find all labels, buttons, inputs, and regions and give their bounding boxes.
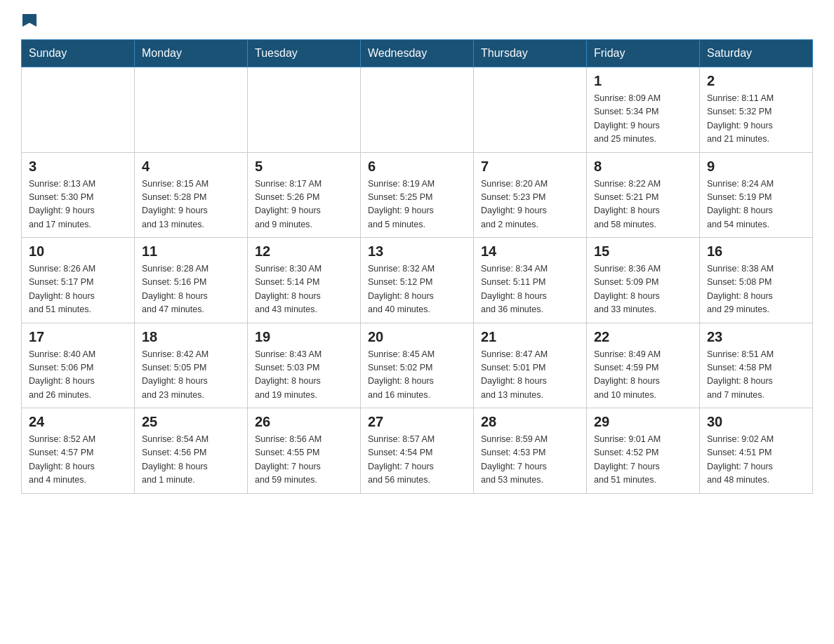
weekday-header-sunday: Sunday bbox=[22, 40, 135, 67]
weekday-header-monday: Monday bbox=[135, 40, 248, 67]
day-info: Sunrise: 8:26 AMSunset: 5:17 PMDaylight:… bbox=[29, 262, 127, 317]
day-cell: 14Sunrise: 8:34 AMSunset: 5:11 PMDayligh… bbox=[474, 238, 587, 323]
day-info: Sunrise: 8:45 AMSunset: 5:02 PMDaylight:… bbox=[368, 348, 466, 403]
weekday-header-row: SundayMondayTuesdayWednesdayThursdayFrid… bbox=[22, 40, 813, 67]
header bbox=[21, 14, 813, 25]
day-info: Sunrise: 8:36 AMSunset: 5:09 PMDaylight:… bbox=[594, 262, 692, 317]
logo-area bbox=[21, 14, 37, 25]
day-number: 1 bbox=[594, 73, 692, 89]
day-info: Sunrise: 8:57 AMSunset: 4:54 PMDaylight:… bbox=[368, 433, 466, 488]
day-cell: 22Sunrise: 8:49 AMSunset: 4:59 PMDayligh… bbox=[587, 323, 700, 408]
week-row-0: 1Sunrise: 8:09 AMSunset: 5:34 PMDaylight… bbox=[22, 67, 813, 153]
weekday-header-tuesday: Tuesday bbox=[248, 40, 361, 67]
day-info: Sunrise: 8:30 AMSunset: 5:14 PMDaylight:… bbox=[255, 262, 353, 317]
day-info: Sunrise: 8:09 AMSunset: 5:34 PMDaylight:… bbox=[594, 92, 692, 147]
day-cell: 24Sunrise: 8:52 AMSunset: 4:57 PMDayligh… bbox=[22, 408, 135, 494]
day-number: 25 bbox=[142, 414, 240, 430]
day-number: 12 bbox=[255, 243, 353, 260]
day-cell bbox=[22, 67, 135, 153]
day-cell: 29Sunrise: 9:01 AMSunset: 4:52 PMDayligh… bbox=[587, 408, 700, 494]
day-cell: 10Sunrise: 8:26 AMSunset: 5:17 PMDayligh… bbox=[22, 238, 135, 323]
day-info: Sunrise: 8:51 AMSunset: 4:58 PMDaylight:… bbox=[707, 348, 805, 403]
day-cell: 23Sunrise: 8:51 AMSunset: 4:58 PMDayligh… bbox=[700, 323, 813, 408]
day-number: 24 bbox=[29, 414, 127, 430]
day-number: 9 bbox=[707, 159, 805, 175]
day-info: Sunrise: 8:42 AMSunset: 5:05 PMDaylight:… bbox=[142, 348, 240, 403]
day-cell: 8Sunrise: 8:22 AMSunset: 5:21 PMDaylight… bbox=[587, 152, 700, 238]
calendar-table: SundayMondayTuesdayWednesdayThursdayFrid… bbox=[21, 39, 813, 494]
day-number: 30 bbox=[707, 414, 805, 430]
day-cell: 16Sunrise: 8:38 AMSunset: 5:08 PMDayligh… bbox=[700, 238, 813, 323]
weekday-header-saturday: Saturday bbox=[700, 40, 813, 67]
day-info: Sunrise: 9:01 AMSunset: 4:52 PMDaylight:… bbox=[594, 433, 692, 488]
day-cell: 3Sunrise: 8:13 AMSunset: 5:30 PMDaylight… bbox=[22, 152, 135, 238]
weekday-header-wednesday: Wednesday bbox=[361, 40, 474, 67]
day-info: Sunrise: 8:38 AMSunset: 5:08 PMDaylight:… bbox=[707, 262, 805, 317]
day-cell: 21Sunrise: 8:47 AMSunset: 5:01 PMDayligh… bbox=[474, 323, 587, 408]
day-info: Sunrise: 8:32 AMSunset: 5:12 PMDaylight:… bbox=[368, 262, 466, 317]
day-info: Sunrise: 8:17 AMSunset: 5:26 PMDaylight:… bbox=[255, 177, 353, 232]
day-info: Sunrise: 8:34 AMSunset: 5:11 PMDaylight:… bbox=[481, 262, 579, 317]
weekday-header-friday: Friday bbox=[587, 40, 700, 67]
day-cell: 25Sunrise: 8:54 AMSunset: 4:56 PMDayligh… bbox=[135, 408, 248, 494]
day-number: 27 bbox=[368, 414, 466, 430]
day-number: 16 bbox=[707, 243, 805, 260]
day-info: Sunrise: 8:40 AMSunset: 5:06 PMDaylight:… bbox=[29, 348, 127, 403]
day-number: 23 bbox=[707, 329, 805, 345]
week-row-2: 10Sunrise: 8:26 AMSunset: 5:17 PMDayligh… bbox=[22, 238, 813, 323]
day-info: Sunrise: 8:11 AMSunset: 5:32 PMDaylight:… bbox=[707, 92, 805, 147]
day-info: Sunrise: 8:49 AMSunset: 4:59 PMDaylight:… bbox=[594, 348, 692, 403]
day-info: Sunrise: 8:54 AMSunset: 4:56 PMDaylight:… bbox=[142, 433, 240, 488]
day-number: 20 bbox=[368, 329, 466, 345]
week-row-1: 3Sunrise: 8:13 AMSunset: 5:30 PMDaylight… bbox=[22, 152, 813, 238]
day-info: Sunrise: 8:13 AMSunset: 5:30 PMDaylight:… bbox=[29, 177, 127, 232]
day-number: 8 bbox=[594, 159, 692, 175]
day-info: Sunrise: 8:47 AMSunset: 5:01 PMDaylight:… bbox=[481, 348, 579, 403]
day-cell: 18Sunrise: 8:42 AMSunset: 5:05 PMDayligh… bbox=[135, 323, 248, 408]
day-cell: 7Sunrise: 8:20 AMSunset: 5:23 PMDaylight… bbox=[474, 152, 587, 238]
day-cell bbox=[135, 67, 248, 153]
day-number: 5 bbox=[255, 159, 353, 175]
day-number: 10 bbox=[29, 243, 127, 260]
day-cell: 6Sunrise: 8:19 AMSunset: 5:25 PMDaylight… bbox=[361, 152, 474, 238]
day-cell: 15Sunrise: 8:36 AMSunset: 5:09 PMDayligh… bbox=[587, 238, 700, 323]
day-number: 21 bbox=[481, 329, 579, 345]
day-cell: 19Sunrise: 8:43 AMSunset: 5:03 PMDayligh… bbox=[248, 323, 361, 408]
weekday-header-thursday: Thursday bbox=[474, 40, 587, 67]
day-number: 17 bbox=[29, 329, 127, 345]
day-cell: 9Sunrise: 8:24 AMSunset: 5:19 PMDaylight… bbox=[700, 152, 813, 238]
day-info: Sunrise: 9:02 AMSunset: 4:51 PMDaylight:… bbox=[707, 433, 805, 488]
day-cell: 26Sunrise: 8:56 AMSunset: 4:55 PMDayligh… bbox=[248, 408, 361, 494]
day-info: Sunrise: 8:28 AMSunset: 5:16 PMDaylight:… bbox=[142, 262, 240, 317]
day-number: 29 bbox=[594, 414, 692, 430]
day-info: Sunrise: 8:19 AMSunset: 5:25 PMDaylight:… bbox=[368, 177, 466, 232]
day-cell: 5Sunrise: 8:17 AMSunset: 5:26 PMDaylight… bbox=[248, 152, 361, 238]
day-info: Sunrise: 8:56 AMSunset: 4:55 PMDaylight:… bbox=[255, 433, 353, 488]
day-cell: 12Sunrise: 8:30 AMSunset: 5:14 PMDayligh… bbox=[248, 238, 361, 323]
day-cell: 30Sunrise: 9:02 AMSunset: 4:51 PMDayligh… bbox=[700, 408, 813, 494]
day-info: Sunrise: 8:15 AMSunset: 5:28 PMDaylight:… bbox=[142, 177, 240, 232]
day-number: 14 bbox=[481, 243, 579, 260]
day-cell: 20Sunrise: 8:45 AMSunset: 5:02 PMDayligh… bbox=[361, 323, 474, 408]
day-cell bbox=[248, 67, 361, 153]
day-number: 26 bbox=[255, 414, 353, 430]
day-number: 4 bbox=[142, 159, 240, 175]
day-number: 19 bbox=[255, 329, 353, 345]
day-number: 15 bbox=[594, 243, 692, 260]
day-number: 11 bbox=[142, 243, 240, 260]
day-number: 2 bbox=[707, 73, 805, 89]
day-cell: 1Sunrise: 8:09 AMSunset: 5:34 PMDaylight… bbox=[587, 67, 700, 153]
day-info: Sunrise: 8:52 AMSunset: 4:57 PMDaylight:… bbox=[29, 433, 127, 488]
logo-flag-icon bbox=[22, 14, 37, 27]
day-number: 18 bbox=[142, 329, 240, 345]
day-number: 22 bbox=[594, 329, 692, 345]
day-cell bbox=[474, 67, 587, 153]
week-row-4: 24Sunrise: 8:52 AMSunset: 4:57 PMDayligh… bbox=[22, 408, 813, 494]
day-cell: 4Sunrise: 8:15 AMSunset: 5:28 PMDaylight… bbox=[135, 152, 248, 238]
week-row-3: 17Sunrise: 8:40 AMSunset: 5:06 PMDayligh… bbox=[22, 323, 813, 408]
day-cell: 27Sunrise: 8:57 AMSunset: 4:54 PMDayligh… bbox=[361, 408, 474, 494]
day-info: Sunrise: 8:43 AMSunset: 5:03 PMDaylight:… bbox=[255, 348, 353, 403]
day-number: 28 bbox=[481, 414, 579, 430]
day-cell: 2Sunrise: 8:11 AMSunset: 5:32 PMDaylight… bbox=[700, 67, 813, 153]
day-cell: 17Sunrise: 8:40 AMSunset: 5:06 PMDayligh… bbox=[22, 323, 135, 408]
